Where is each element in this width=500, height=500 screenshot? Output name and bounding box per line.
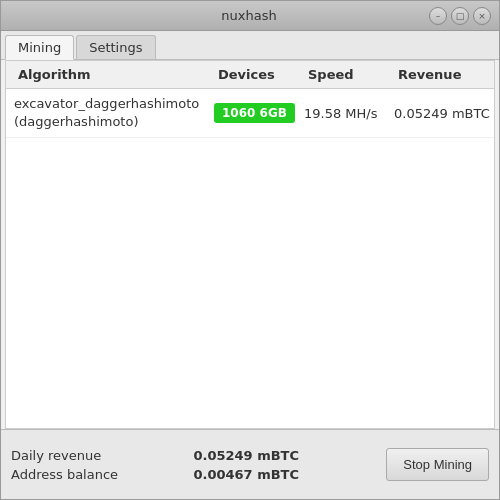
- statusbar-values: 0.05249 mBTC 0.00467 mBTC: [193, 448, 299, 482]
- col-speed: Speed: [304, 65, 394, 84]
- algorithm-cell: excavator_daggerhashimoto (daggerhashimo…: [14, 95, 214, 131]
- daily-revenue-value: 0.05249 mBTC: [193, 448, 299, 463]
- table-header: Algorithm Devices Speed Revenue: [6, 61, 494, 89]
- main-content: Algorithm Devices Speed Revenue excavato…: [5, 60, 495, 429]
- algorithm-name: excavator_daggerhashimoto: [14, 96, 199, 111]
- window-title: nuxhash: [69, 8, 429, 23]
- stop-mining-button[interactable]: Stop Mining: [386, 448, 489, 481]
- statusbar: Daily revenue Address balance 0.05249 mB…: [1, 429, 499, 499]
- tab-bar: Mining Settings: [1, 31, 499, 60]
- devices-cell: 1060 6GB: [214, 103, 304, 123]
- col-algorithm: Algorithm: [14, 65, 214, 84]
- app-window: nuxhash – □ × Mining Settings Algorithm …: [0, 0, 500, 500]
- tab-settings[interactable]: Settings: [76, 35, 155, 59]
- daily-revenue-label: Daily revenue: [11, 448, 118, 463]
- address-balance-value: 0.00467 mBTC: [193, 467, 299, 482]
- window-controls: – □ ×: [429, 7, 491, 25]
- address-balance-label: Address balance: [11, 467, 118, 482]
- speed-cell: 19.58 MH/s: [304, 106, 394, 121]
- device-badge: 1060 6GB: [214, 103, 295, 123]
- col-devices: Devices: [214, 65, 304, 84]
- titlebar: nuxhash – □ ×: [1, 1, 499, 31]
- col-revenue: Revenue: [394, 65, 494, 84]
- minimize-button[interactable]: –: [429, 7, 447, 25]
- table-row: excavator_daggerhashimoto (daggerhashimo…: [6, 89, 494, 138]
- revenue-cell: 0.05249 mBTC: [394, 106, 494, 121]
- tab-mining[interactable]: Mining: [5, 35, 74, 60]
- maximize-button[interactable]: □: [451, 7, 469, 25]
- statusbar-labels: Daily revenue Address balance: [11, 448, 118, 482]
- close-button[interactable]: ×: [473, 7, 491, 25]
- algorithm-sub: (daggerhashimoto): [14, 114, 138, 129]
